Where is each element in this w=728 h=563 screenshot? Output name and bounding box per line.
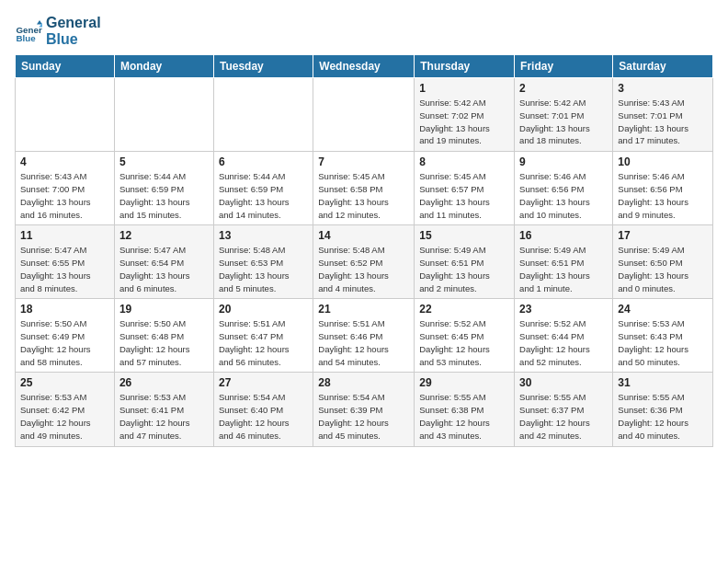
day-number: 8	[419, 155, 509, 168]
day-info: Sunrise: 5:52 AM Sunset: 6:44 PM Dayligh…	[519, 317, 608, 368]
day-number: 12	[119, 229, 209, 242]
day-number: 6	[219, 155, 308, 168]
calendar-cell: 22Sunrise: 5:52 AM Sunset: 6:45 PM Dayli…	[415, 299, 515, 373]
day-info: Sunrise: 5:54 AM Sunset: 6:40 PM Dayligh…	[219, 391, 308, 442]
calendar-cell: 9Sunrise: 5:46 AM Sunset: 6:56 PM Daylig…	[515, 152, 613, 225]
day-number: 5	[119, 155, 209, 168]
calendar-cell	[313, 78, 415, 152]
calendar-cell: 31Sunrise: 5:55 AM Sunset: 6:36 PM Dayli…	[613, 373, 713, 446]
day-header-saturday: Saturday	[613, 55, 713, 78]
logo-icon: General Blue	[15, 17, 42, 45]
day-info: Sunrise: 5:51 AM Sunset: 6:46 PM Dayligh…	[318, 317, 409, 368]
calendar-cell: 15Sunrise: 5:49 AM Sunset: 6:51 PM Dayli…	[415, 225, 515, 299]
day-info: Sunrise: 5:51 AM Sunset: 6:47 PM Dayligh…	[219, 317, 308, 368]
calendar-cell: 17Sunrise: 5:49 AM Sunset: 6:50 PM Dayli…	[613, 225, 713, 299]
calendar-cell: 24Sunrise: 5:53 AM Sunset: 6:43 PM Dayli…	[613, 299, 713, 373]
calendar-cell: 30Sunrise: 5:55 AM Sunset: 6:37 PM Dayli…	[515, 373, 613, 446]
day-info: Sunrise: 5:48 AM Sunset: 6:52 PM Dayligh…	[318, 244, 409, 294]
week-row-4: 18Sunrise: 5:50 AM Sunset: 6:49 PM Dayli…	[16, 299, 713, 373]
day-number: 29	[419, 376, 509, 389]
day-info: Sunrise: 5:55 AM Sunset: 6:36 PM Dayligh…	[618, 391, 708, 442]
day-number: 20	[219, 303, 308, 316]
calendar-body: 1Sunrise: 5:42 AM Sunset: 7:02 PM Daylig…	[16, 78, 713, 446]
week-row-1: 1Sunrise: 5:42 AM Sunset: 7:02 PM Daylig…	[16, 78, 713, 152]
calendar-cell: 26Sunrise: 5:53 AM Sunset: 6:41 PM Dayli…	[114, 373, 213, 446]
day-number: 23	[519, 303, 608, 316]
day-header-monday: Monday	[114, 55, 213, 78]
calendar-cell: 4Sunrise: 5:43 AM Sunset: 7:00 PM Daylig…	[16, 152, 115, 225]
day-number: 17	[618, 229, 708, 242]
calendar-cell: 16Sunrise: 5:49 AM Sunset: 6:51 PM Dayli…	[515, 225, 613, 299]
calendar-cell: 3Sunrise: 5:43 AM Sunset: 7:01 PM Daylig…	[613, 78, 713, 152]
calendar-cell	[114, 78, 213, 152]
day-info: Sunrise: 5:53 AM Sunset: 6:41 PM Dayligh…	[119, 391, 209, 442]
day-number: 3	[618, 82, 708, 95]
day-info: Sunrise: 5:42 AM Sunset: 7:02 PM Dayligh…	[419, 97, 509, 147]
day-number: 1	[419, 82, 509, 95]
calendar-header: SundayMondayTuesdayWednesdayThursdayFrid…	[16, 55, 713, 78]
week-row-3: 11Sunrise: 5:47 AM Sunset: 6:55 PM Dayli…	[16, 225, 713, 299]
week-row-5: 25Sunrise: 5:53 AM Sunset: 6:42 PM Dayli…	[16, 373, 713, 446]
day-info: Sunrise: 5:46 AM Sunset: 6:56 PM Dayligh…	[618, 170, 708, 221]
calendar-cell: 8Sunrise: 5:45 AM Sunset: 6:57 PM Daylig…	[415, 152, 515, 225]
calendar-cell: 2Sunrise: 5:42 AM Sunset: 7:01 PM Daylig…	[515, 78, 613, 152]
day-info: Sunrise: 5:50 AM Sunset: 6:49 PM Dayligh…	[20, 317, 109, 368]
day-number: 18	[20, 303, 109, 316]
day-info: Sunrise: 5:49 AM Sunset: 6:50 PM Dayligh…	[618, 244, 708, 294]
calendar-cell: 1Sunrise: 5:42 AM Sunset: 7:02 PM Daylig…	[415, 78, 515, 152]
calendar-cell: 28Sunrise: 5:54 AM Sunset: 6:39 PM Dayli…	[313, 373, 415, 446]
day-info: Sunrise: 5:45 AM Sunset: 6:58 PM Dayligh…	[318, 170, 409, 221]
day-info: Sunrise: 5:47 AM Sunset: 6:54 PM Dayligh…	[119, 244, 209, 294]
calendar-cell: 7Sunrise: 5:45 AM Sunset: 6:58 PM Daylig…	[313, 152, 415, 225]
day-info: Sunrise: 5:45 AM Sunset: 6:57 PM Dayligh…	[419, 170, 509, 221]
day-number: 30	[519, 376, 608, 389]
day-header-thursday: Thursday	[415, 55, 515, 78]
day-number: 13	[219, 229, 308, 242]
day-info: Sunrise: 5:53 AM Sunset: 6:43 PM Dayligh…	[618, 317, 708, 368]
day-number: 4	[20, 155, 109, 168]
day-info: Sunrise: 5:44 AM Sunset: 6:59 PM Dayligh…	[119, 170, 209, 221]
day-info: Sunrise: 5:55 AM Sunset: 6:37 PM Dayligh…	[519, 391, 608, 442]
day-header-row: SundayMondayTuesdayWednesdayThursdayFrid…	[16, 55, 713, 78]
day-number: 15	[419, 229, 509, 242]
day-info: Sunrise: 5:50 AM Sunset: 6:48 PM Dayligh…	[119, 317, 209, 368]
day-number: 27	[219, 376, 308, 389]
logo-text: General Blue	[46, 15, 101, 47]
day-number: 9	[519, 155, 608, 168]
calendar-cell: 25Sunrise: 5:53 AM Sunset: 6:42 PM Dayli…	[16, 373, 115, 446]
calendar-cell: 19Sunrise: 5:50 AM Sunset: 6:48 PM Dayli…	[114, 299, 213, 373]
day-info: Sunrise: 5:42 AM Sunset: 7:01 PM Dayligh…	[519, 97, 608, 147]
day-number: 16	[519, 229, 608, 242]
calendar-cell	[213, 78, 313, 152]
calendar-cell: 14Sunrise: 5:48 AM Sunset: 6:52 PM Dayli…	[313, 225, 415, 299]
day-number: 14	[318, 229, 409, 242]
logo: General Blue General Blue	[15, 15, 101, 47]
calendar-cell: 11Sunrise: 5:47 AM Sunset: 6:55 PM Dayli…	[16, 225, 115, 299]
calendar-cell: 13Sunrise: 5:48 AM Sunset: 6:53 PM Dayli…	[213, 225, 313, 299]
calendar-cell: 5Sunrise: 5:44 AM Sunset: 6:59 PM Daylig…	[114, 152, 213, 225]
day-info: Sunrise: 5:53 AM Sunset: 6:42 PM Dayligh…	[20, 391, 109, 442]
day-header-sunday: Sunday	[16, 55, 115, 78]
day-info: Sunrise: 5:52 AM Sunset: 6:45 PM Dayligh…	[419, 317, 509, 368]
calendar-cell: 27Sunrise: 5:54 AM Sunset: 6:40 PM Dayli…	[213, 373, 313, 446]
day-number: 10	[618, 155, 708, 168]
calendar-cell	[16, 78, 115, 152]
day-number: 2	[519, 82, 608, 95]
calendar-cell: 18Sunrise: 5:50 AM Sunset: 6:49 PM Dayli…	[16, 299, 115, 373]
day-number: 24	[618, 303, 708, 316]
day-info: Sunrise: 5:43 AM Sunset: 7:01 PM Dayligh…	[618, 97, 708, 147]
day-info: Sunrise: 5:47 AM Sunset: 6:55 PM Dayligh…	[20, 244, 109, 294]
day-number: 25	[20, 376, 109, 389]
day-info: Sunrise: 5:54 AM Sunset: 6:39 PM Dayligh…	[318, 391, 409, 442]
day-info: Sunrise: 5:55 AM Sunset: 6:38 PM Dayligh…	[419, 391, 509, 442]
day-header-tuesday: Tuesday	[213, 55, 313, 78]
day-number: 22	[419, 303, 509, 316]
day-info: Sunrise: 5:43 AM Sunset: 7:00 PM Dayligh…	[20, 170, 109, 221]
week-row-2: 4Sunrise: 5:43 AM Sunset: 7:00 PM Daylig…	[16, 152, 713, 225]
day-number: 28	[318, 376, 409, 389]
day-number: 19	[119, 303, 209, 316]
page-header: General Blue General Blue	[15, 15, 713, 47]
svg-text:Blue: Blue	[17, 32, 37, 42]
day-number: 26	[119, 376, 209, 389]
calendar-cell: 23Sunrise: 5:52 AM Sunset: 6:44 PM Dayli…	[515, 299, 613, 373]
